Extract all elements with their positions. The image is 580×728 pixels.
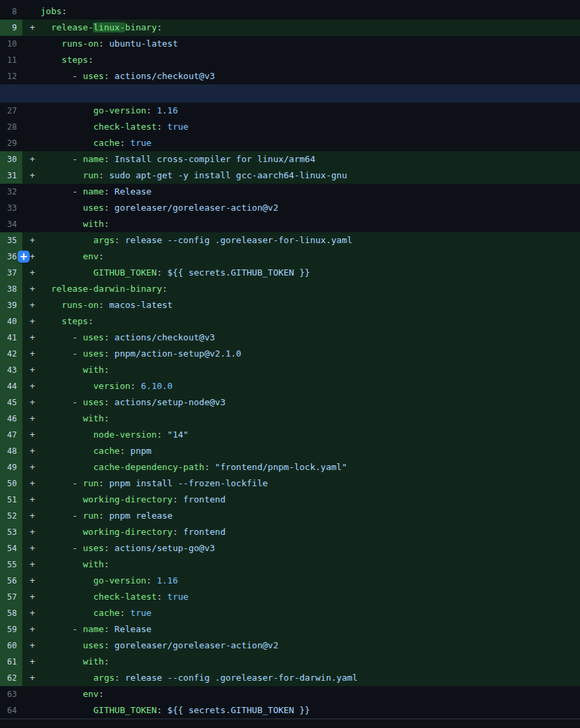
line-code[interactable]: + env: xyxy=(22,249,580,265)
diff-marker: + xyxy=(22,281,41,297)
line-number[interactable]: 31 xyxy=(0,167,22,184)
line-number[interactable]: 44 xyxy=(0,378,22,394)
line-number[interactable]: 62 xyxy=(0,670,22,686)
line-number[interactable]: 40 xyxy=(0,313,22,330)
line-content: args: release --config .goreleaser-for-l… xyxy=(41,235,352,245)
line-code[interactable]: - name: Release xyxy=(22,184,580,200)
line-number[interactable]: 64 xyxy=(0,702,22,719)
line-code[interactable]: + release-linux-binary: xyxy=(22,20,580,36)
line-number[interactable]: 52 xyxy=(0,508,22,524)
line-code[interactable]: go-version: 1.16 xyxy=(22,103,580,119)
line-number[interactable]: 59 xyxy=(0,621,22,638)
line-number[interactable]: 35 xyxy=(0,232,22,249)
line-code[interactable]: + cache: true xyxy=(22,605,580,621)
line-code[interactable]: + - name: Release xyxy=(22,621,580,638)
line-content: GITHUB_TOKEN: ${{ secrets.GITHUB_TOKEN }… xyxy=(41,267,310,278)
line-number[interactable]: 42 xyxy=(0,346,22,362)
line-code[interactable]: check-latest: true xyxy=(22,119,580,135)
line-number[interactable]: 48 xyxy=(0,443,22,459)
line-code[interactable]: + - uses: actions/checkout@v3 xyxy=(22,330,580,346)
line-number[interactable]: 46 xyxy=(0,411,22,427)
line-code[interactable]: - uses: actions/checkout@v3 xyxy=(22,68,580,84)
line-number[interactable]: 9 xyxy=(0,20,22,36)
line-code[interactable]: + go-version: 1.16 xyxy=(22,573,580,589)
diff-line: 59 + - name: Release xyxy=(0,621,580,638)
line-code[interactable]: steps: xyxy=(22,52,580,68)
line-number[interactable]: 45 xyxy=(0,394,22,411)
page-background-strip xyxy=(0,719,580,727)
line-code[interactable]: cache: true xyxy=(22,135,580,151)
line-code[interactable]: env: xyxy=(22,686,580,702)
expand-hunk-row[interactable] xyxy=(0,84,580,103)
line-number[interactable]: 8 xyxy=(0,3,22,20)
line-code[interactable]: + cache: pnpm xyxy=(22,443,580,459)
line-code[interactable]: + release-darwin-binary: xyxy=(22,281,580,297)
line-number[interactable]: 50 xyxy=(0,475,22,492)
line-content: go-version: 1.16 xyxy=(41,575,178,586)
line-code[interactable]: + - run: pnpm install --frozen-lockfile xyxy=(22,475,580,492)
line-code[interactable]: + check-latest: true xyxy=(22,589,580,605)
line-number[interactable]: 49 xyxy=(0,459,22,475)
line-number[interactable]: 43 xyxy=(0,362,22,378)
line-number[interactable]: 61 xyxy=(0,654,22,670)
line-code[interactable]: uses: goreleaser/goreleaser-action@v2 xyxy=(22,200,580,216)
line-number[interactable]: 51 xyxy=(0,492,22,508)
line-number[interactable]: 53 xyxy=(0,524,22,540)
line-number[interactable]: 57 xyxy=(0,589,22,605)
line-code[interactable]: GITHUB_TOKEN: ${{ secrets.GITHUB_TOKEN }… xyxy=(22,702,580,719)
line-code[interactable]: jobs: xyxy=(22,3,580,20)
line-code[interactable]: + args: release --config .goreleaser-for… xyxy=(22,670,580,686)
line-code[interactable]: + cache-dependency-path: "frontend/pnpm-… xyxy=(22,459,580,475)
line-code[interactable]: + args: release --config .goreleaser-for… xyxy=(22,232,580,249)
add-line-comment-button[interactable]: + xyxy=(18,251,30,263)
line-number[interactable]: 54 xyxy=(0,540,22,556)
line-number[interactable]: 41 xyxy=(0,330,22,346)
line-number[interactable]: 33 xyxy=(0,200,22,216)
line-number[interactable]: 47 xyxy=(0,427,22,443)
line-content: check-latest: true xyxy=(41,592,188,602)
diff-line: 11 steps: xyxy=(0,52,580,68)
line-code[interactable]: + - uses: actions/setup-node@v3 xyxy=(22,394,580,411)
line-number[interactable]: 60 xyxy=(0,638,22,654)
line-code[interactable]: + - uses: actions/setup-go@v3 xyxy=(22,540,580,556)
line-number[interactable]: 38 xyxy=(0,281,22,297)
line-content: - name: Install cross-compiler for linux… xyxy=(41,154,315,164)
line-code[interactable]: with: xyxy=(22,216,580,232)
line-number[interactable]: 37 xyxy=(0,265,22,281)
line-code[interactable]: + - uses: pnpm/action-setup@v2.1.0 xyxy=(22,346,580,362)
line-code[interactable]: + runs-on: macos-latest xyxy=(22,297,580,313)
line-code[interactable]: + node-version: "14" xyxy=(22,427,580,443)
line-number[interactable]: 29 xyxy=(0,135,22,151)
line-number[interactable]: 34 xyxy=(0,216,22,232)
line-number[interactable]: 63 xyxy=(0,686,22,702)
line-number[interactable]: 56 xyxy=(0,573,22,589)
line-code[interactable]: + with: xyxy=(22,556,580,573)
line-code[interactable]: + with: xyxy=(22,654,580,670)
line-content: - name: Release xyxy=(41,624,151,634)
line-number[interactable]: 27 xyxy=(0,103,22,119)
line-code[interactable]: + steps: xyxy=(22,313,580,330)
line-number[interactable]: 30 xyxy=(0,151,22,167)
line-code[interactable]: + working-directory: frontend xyxy=(22,524,580,540)
line-code[interactable]: + - run: pnpm release xyxy=(22,508,580,524)
line-code[interactable]: + - name: Install cross-compiler for lin… xyxy=(22,151,580,167)
line-content: steps: xyxy=(41,316,93,326)
line-number[interactable]: 12 xyxy=(0,68,22,84)
line-code[interactable]: + working-directory: frontend xyxy=(22,492,580,508)
line-code[interactable]: + run: sudo apt-get -y install gcc-aarch… xyxy=(22,167,580,184)
line-number[interactable]: 10 xyxy=(0,36,22,52)
line-number[interactable]: 58 xyxy=(0,605,22,621)
diff-line: 43 + with: xyxy=(0,362,580,378)
line-code[interactable]: + with: xyxy=(22,411,580,427)
line-number[interactable]: 11 xyxy=(0,52,22,68)
line-number[interactable]: 55 xyxy=(0,556,22,573)
line-code[interactable]: + GITHUB_TOKEN: ${{ secrets.GITHUB_TOKEN… xyxy=(22,265,580,281)
line-code[interactable]: + uses: goreleaser/goreleaser-action@v2 xyxy=(22,638,580,654)
line-number[interactable]: 39 xyxy=(0,297,22,313)
line-number[interactable]: 32 xyxy=(0,184,22,200)
line-number[interactable]: 28 xyxy=(0,119,22,135)
line-content: run: sudo apt-get -y install gcc-aarch64… xyxy=(41,170,347,180)
line-code[interactable]: runs-on: ubuntu-latest xyxy=(22,36,580,52)
line-code[interactable]: + version: 6.10.0 xyxy=(22,378,580,394)
line-code[interactable]: + with: xyxy=(22,362,580,378)
